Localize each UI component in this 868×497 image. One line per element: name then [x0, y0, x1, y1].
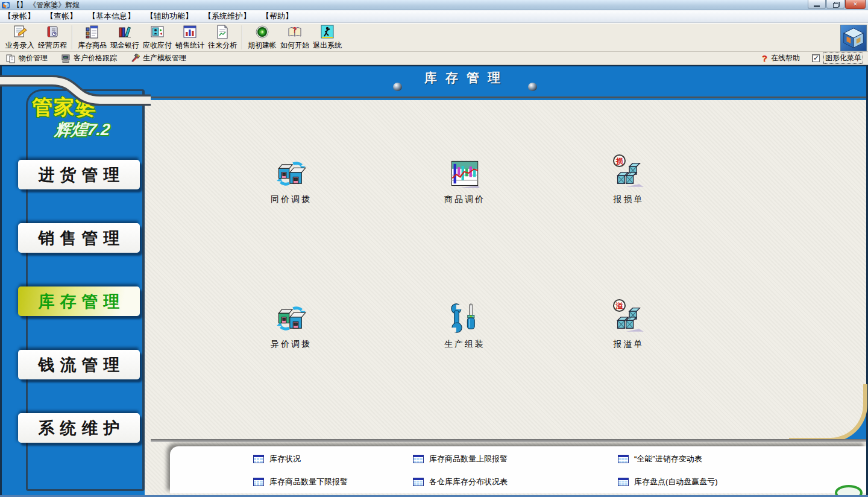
toolbar-customer-price-tracking[interactable]: 客户价格跟踪: [61, 53, 117, 63]
brand-logo-text: 管家婆: [32, 93, 97, 121]
toolbar-price-management[interactable]: 物价管理: [6, 53, 48, 63]
content-paper: 同价调拨 商品调价: [145, 100, 866, 441]
inventory-goods-icon: [84, 24, 100, 40]
help-icon: ?: [762, 53, 767, 63]
report-link-stocktaking[interactable]: 库存盘点(自动盘赢盘亏): [618, 476, 718, 487]
sales-stats-icon: [182, 24, 198, 40]
toolbar-initial-setup[interactable]: 期初建帐: [246, 24, 278, 51]
sidebar: 管家婆 辉煌7.2 进货管理 销售管理 库存管理 钱流管理 系统维护: [2, 67, 145, 495]
page-title: 库存管理: [372, 69, 553, 86]
menu-item-system-maintenance[interactable]: 【系统维护】: [204, 11, 251, 22]
report-link-inventory-status[interactable]: 库存状况: [253, 454, 301, 464]
table-icon: [618, 478, 629, 486]
tile-production-assembly[interactable]: 生产组装: [417, 303, 513, 363]
production-template-icon: [130, 54, 140, 63]
svg-text:?: ?: [292, 26, 297, 34]
restore-button[interactable]: [826, 0, 844, 9]
window-title: 【】 《管家婆》辉煌: [13, 0, 80, 10]
toolbar-separator: [72, 25, 73, 49]
sphere-bullet-icon: [528, 83, 537, 91]
table-icon: [618, 455, 629, 463]
overflow-badge: 溢: [613, 299, 626, 312]
table-icon: [253, 478, 264, 486]
report-link-upper-limit-alert[interactable]: 库存商品数量上限报警: [413, 454, 508, 464]
how-to-start-icon: ?: [287, 24, 303, 40]
tile-same-price-transfer[interactable]: 同价调拨: [243, 158, 339, 218]
sidebar-item-system-maintenance[interactable]: 系统维护: [18, 413, 140, 443]
receivable-payable-icon: [149, 24, 165, 40]
sidebar-item-sales-management[interactable]: 销售管理: [18, 223, 140, 253]
transaction-analysis-icon: [215, 24, 230, 40]
main-area: 库存管理 同价调拨: [0, 65, 868, 497]
exit-system-icon: [319, 24, 335, 40]
main-toolbar: 业务录入 经营历程 库存商品 现金银行 应收应付 销售统计 往来分析: [0, 23, 868, 52]
minimize-icon: [814, 5, 820, 7]
cash-bank-icon: [117, 24, 133, 40]
brand-cube-icon: [840, 25, 867, 51]
warehouse-transfer-diff-price-icon: [275, 303, 307, 334]
table-icon: [413, 478, 424, 486]
brand-version-text: 辉煌7.2: [54, 119, 111, 141]
warehouse-transfer-same-price-icon: [275, 158, 307, 189]
report-link-lower-limit-alert[interactable]: 库存商品数量下限报警: [253, 476, 348, 487]
sidebar-item-inventory-management[interactable]: 库存管理: [18, 286, 140, 316]
sidebar-item-cashflow-management[interactable]: 钱流管理: [18, 350, 140, 379]
toolbar-sales-stats[interactable]: 销售统计: [174, 24, 206, 51]
table-icon: [253, 455, 264, 463]
app-window: 【】 《管家婆》辉煌 ✕ 【录帐】 【查帐】 【基本信息】 【辅助功能】 【系统…: [0, 0, 868, 497]
close-icon: ✕: [853, 1, 858, 7]
toolbar-business-entry[interactable]: 业务录入: [4, 24, 36, 51]
minimize-button[interactable]: [808, 0, 826, 9]
toolbar-inventory-goods[interactable]: 库存商品: [76, 24, 108, 51]
business-history-icon: [45, 24, 60, 40]
report-link-almighty-change-table[interactable]: “全能”进销存变动表: [618, 454, 702, 464]
assembly-tools-icon: [449, 303, 480, 334]
menu-item-aux-functions[interactable]: 【辅助功能】: [146, 11, 193, 22]
secondary-toolbar: 物价管理 客户价格跟踪 生产模板管理 ? 在线帮助 图形化菜单: [0, 52, 868, 65]
tile-diff-price-transfer[interactable]: 异价调拨: [243, 303, 339, 363]
horizontal-divider: [151, 439, 866, 442]
toolbar-exit-system[interactable]: 退出系统: [311, 24, 344, 51]
close-button[interactable]: ✕: [845, 0, 866, 9]
menu-item-query[interactable]: 【查帐】: [46, 11, 77, 22]
menu-bar: 【录帐】 【查帐】 【基本信息】 【辅助功能】 【系统维护】 【帮助】: [0, 10, 868, 23]
online-help-link[interactable]: 在线帮助: [771, 53, 800, 63]
customer-price-tracking-icon: [61, 54, 71, 63]
toolbar-cash-bank[interactable]: 现金银行: [108, 24, 141, 51]
restore-icon: [833, 2, 838, 7]
graphical-menu-checkbox[interactable]: [812, 54, 820, 62]
toolbar-separator: [242, 25, 243, 49]
menu-item-basic-info[interactable]: 【基本信息】: [88, 11, 135, 22]
tile-goods-price-adjust[interactable]: 商品调价: [417, 158, 513, 218]
toolbar-business-history[interactable]: 经营历程: [36, 24, 69, 51]
toolbar-receivable-payable[interactable]: 应收应付: [141, 24, 174, 51]
app-icon: [2, 1, 10, 9]
sidebar-item-purchase-management[interactable]: 进货管理: [18, 160, 140, 189]
price-management-icon: [6, 54, 16, 63]
graphical-menu-label[interactable]: 图形化菜单: [823, 52, 863, 64]
loss-badge: 损: [613, 154, 626, 167]
tile-overflow-report[interactable]: 溢 报溢单: [580, 303, 677, 363]
title-bar: 【】 《管家婆》辉煌 ✕: [0, 0, 868, 10]
price-adjust-chart-icon: [449, 158, 480, 189]
menu-item-help[interactable]: 【帮助】: [262, 11, 293, 22]
initial-setup-icon: [254, 24, 270, 40]
reports-panel: 库存状况 库存商品数量上限报警 “全能”进销存变动表 库存商品数量下限报警 各仓…: [170, 446, 866, 493]
toolbar-transaction-analysis[interactable]: 往来分析: [206, 24, 239, 51]
table-icon: [413, 455, 424, 463]
report-link-warehouse-distribution[interactable]: 各仓库库存分布状况表: [413, 476, 508, 487]
tile-loss-report[interactable]: 损 报损单: [580, 158, 677, 218]
menu-item-record[interactable]: 【录帐】: [4, 11, 35, 22]
toolbar-production-template[interactable]: 生产模板管理: [130, 53, 186, 63]
toolbar-how-to-start[interactable]: ? 如何开始: [278, 24, 311, 51]
business-entry-icon: [12, 24, 28, 40]
content-header-band: 库存管理: [145, 67, 866, 98]
